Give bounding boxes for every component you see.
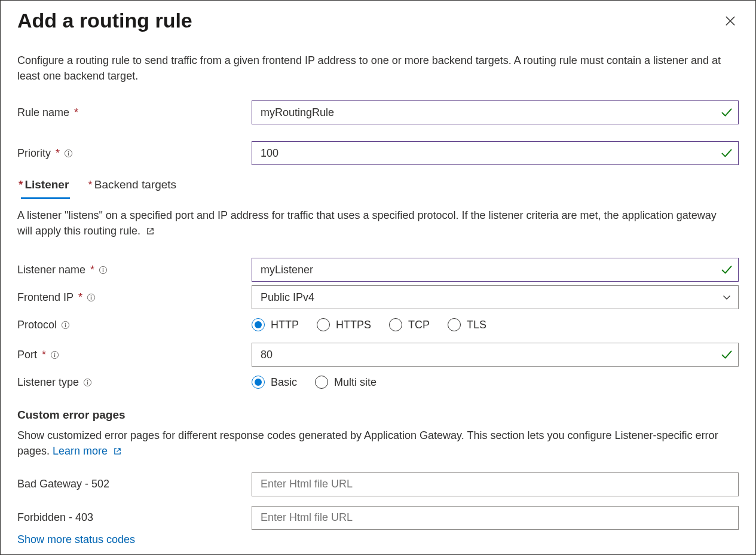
checkmark-icon [721,147,733,159]
svg-point-16 [87,380,88,382]
svg-rect-8 [90,297,91,300]
svg-point-10 [65,323,66,324]
radio-icon [317,318,330,331]
required-asterisk: * [42,349,46,361]
tab-bar: * Listener * Backend targets [17,175,739,197]
info-icon[interactable] [86,292,96,302]
intro-text: Configure a routing rule to send traffic… [17,53,723,84]
priority-input[interactable] [252,141,739,165]
svg-rect-17 [87,382,87,385]
radio-icon [389,318,402,331]
listener-type-radio-group: Basic Multi site [252,370,739,394]
show-more-status-codes-link[interactable]: Show more status codes [17,533,739,546]
info-icon[interactable] [60,320,70,330]
required-asterisk: * [78,291,82,304]
protocol-option-tls-label: TLS [467,319,486,331]
required-asterisk: * [90,264,94,276]
radio-icon [252,318,265,331]
checkmark-icon [721,349,733,361]
forbidden-label: Forbidden - 403 [17,511,93,524]
info-icon[interactable] [50,350,59,359]
radio-icon [252,376,265,389]
protocol-option-http-label: HTTP [271,319,299,331]
radio-icon [315,376,328,389]
external-link-icon [113,447,122,456]
svg-point-13 [54,353,55,354]
rule-name-input[interactable] [252,100,739,124]
forbidden-url-input[interactable] [252,506,739,530]
frontend-ip-select[interactable]: Public IPv4 [252,285,739,309]
svg-point-4 [102,268,103,269]
svg-rect-11 [65,324,65,327]
priority-label: Priority [17,147,51,160]
tab-listener-label: Listener [25,178,69,191]
port-label: Port [17,349,37,361]
svg-rect-5 [102,269,103,272]
custom-error-desc-text: Show customized error pages for differen… [17,429,718,457]
protocol-label: Protocol [17,319,57,331]
svg-rect-14 [54,354,54,357]
tab-listener[interactable]: * Listener [17,175,70,197]
close-button[interactable] [722,13,739,29]
port-input[interactable] [252,343,739,367]
page-title: Add a routing rule [17,9,192,32]
learn-more-link[interactable]: Learn more [53,445,122,457]
rule-name-label: Rule name [17,106,69,119]
frontend-ip-value: Public IPv4 [261,291,314,304]
protocol-option-tcp-label: TCP [408,319,430,331]
bad-gateway-url-input[interactable] [252,472,739,496]
listener-type-option-multi[interactable]: Multi site [315,376,377,389]
external-link-icon[interactable] [146,227,155,236]
listener-type-option-basic[interactable]: Basic [252,376,297,389]
required-asterisk: * [19,178,23,191]
checkmark-icon [721,264,733,276]
listener-type-label: Listener type [17,376,79,389]
required-asterisk: * [74,106,78,119]
checkmark-icon [721,106,733,118]
chevron-down-icon [722,292,731,302]
custom-error-description: Show customized error pages for differen… [17,428,729,459]
svg-point-1 [68,151,69,153]
required-asterisk: * [88,178,92,191]
tab-backend-label: Backend targets [94,178,176,191]
protocol-option-https[interactable]: HTTPS [317,318,371,331]
info-icon[interactable] [63,148,73,158]
listener-type-multi-label: Multi site [334,376,377,389]
svg-rect-2 [68,153,68,155]
protocol-radio-group: HTTP HTTPS TCP TLS [252,313,739,337]
info-icon[interactable] [98,265,108,275]
listener-description-text: A listener "listens" on a specified port… [17,209,717,237]
protocol-option-https-label: HTTPS [336,319,371,331]
close-icon [725,16,736,26]
listener-name-label: Listener name [17,264,85,276]
active-tab-indicator [21,197,70,199]
listener-description: A listener "listens" on a specified port… [17,208,729,239]
protocol-option-tcp[interactable]: TCP [389,318,430,331]
info-icon[interactable] [82,377,92,387]
protocol-option-tls[interactable]: TLS [448,318,486,331]
svg-point-7 [90,295,91,297]
tab-backend-targets[interactable]: * Backend targets [87,175,177,197]
protocol-option-http[interactable]: HTTP [252,318,299,331]
custom-error-heading: Custom error pages [17,408,739,422]
radio-icon [448,318,461,331]
bad-gateway-label: Bad Gateway - 502 [17,478,109,490]
frontend-ip-label: Frontend IP [17,291,74,304]
required-asterisk: * [56,147,60,160]
learn-more-text: Learn more [53,445,108,457]
listener-type-basic-label: Basic [271,376,297,389]
listener-name-input[interactable] [252,258,739,282]
